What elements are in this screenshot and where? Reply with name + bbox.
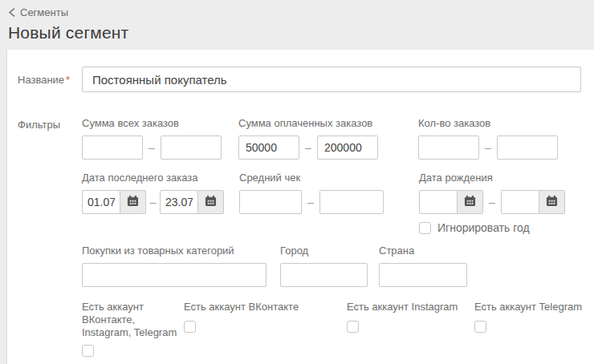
orders-count-label: Кол-во заказов — [418, 117, 559, 130]
filter-birth-date: Дата рождения — [419, 172, 568, 234]
range-dash: – — [143, 141, 161, 154]
sum-all-orders-to-input[interactable] — [161, 135, 222, 160]
city-input[interactable] — [280, 263, 368, 287]
range-dash: – — [479, 141, 497, 154]
filter-orders-count: Кол-во заказов – — [418, 117, 559, 160]
average-check-label: Средний чек — [239, 172, 384, 184]
page-title: Новый сегмент — [8, 23, 586, 42]
ignore-year-checkbox[interactable] — [419, 222, 431, 234]
average-check-from-input[interactable] — [239, 190, 302, 214]
filters-row: Фильтры Сумма всех заказов – Сумма оплач… — [18, 117, 581, 360]
ignore-year-label: Игнорировать год — [437, 221, 530, 234]
calendar-icon — [546, 195, 558, 209]
segment-name-input[interactable] — [82, 67, 581, 92]
last-order-date-to-input[interactable] — [160, 190, 198, 214]
social-any-checkbox[interactable] — [82, 345, 94, 357]
birth-date-to-group — [501, 190, 565, 214]
last-order-date-label: Дата последнего заказа — [82, 172, 222, 184]
city-label: Город — [280, 245, 368, 257]
filter-social-instagram: Есть аккаунт Instagram — [347, 301, 471, 336]
range-dash: – — [302, 196, 319, 208]
social-vk-checkbox[interactable] — [184, 321, 196, 333]
filters-content: Сумма всех заказов – Сумма оплаченных за… — [82, 117, 591, 360]
country-input[interactable] — [379, 263, 467, 287]
filter-row-location: Покупки из товарных категорий Город Стра… — [82, 245, 591, 287]
calendar-icon — [464, 195, 476, 209]
sum-all-orders-label: Сумма всех заказов — [82, 117, 222, 130]
calendar-button[interactable] — [457, 190, 483, 214]
sum-paid-orders-label: Сумма оплаченных заказов — [238, 117, 380, 130]
filter-sum-paid-orders: Сумма оплаченных заказов – — [238, 117, 380, 160]
orders-count-from-input[interactable] — [418, 135, 479, 160]
sum-paid-orders-from-input[interactable] — [238, 135, 299, 160]
filter-row-sums: Сумма всех заказов – Сумма оплаченных за… — [82, 117, 591, 160]
product-categories-input[interactable] — [82, 263, 266, 287]
filter-row-dates: Дата последнего заказа — [82, 172, 591, 234]
required-asterisk: * — [66, 74, 70, 86]
filter-product-categories: Покупки из товарных категорий — [82, 245, 266, 287]
filter-social-telegram: Есть аккаунт Telegram — [474, 301, 591, 336]
social-telegram-label: Есть аккаунт Telegram — [474, 301, 591, 313]
filter-average-check: Средний чек – — [239, 172, 384, 214]
last-order-date-from-input[interactable] — [82, 190, 120, 214]
product-categories-label: Покупки из товарных категорий — [82, 245, 266, 257]
range-dash: – — [483, 196, 501, 208]
filter-row-social: Есть аккаунт ВКонтакте, Instagram, Teleg… — [82, 301, 591, 360]
calendar-button[interactable] — [120, 190, 146, 214]
birth-date-label: Дата рождения — [419, 172, 568, 184]
range-dash: – — [299, 141, 317, 154]
ignore-year-option: Игнорировать год — [419, 221, 568, 234]
name-label: Название* — [18, 74, 82, 86]
sum-all-orders-from-input[interactable] — [82, 135, 143, 160]
birth-date-from-input[interactable] — [419, 190, 458, 214]
social-instagram-checkbox[interactable] — [347, 321, 359, 333]
name-row: Название* — [18, 67, 581, 92]
social-telegram-checkbox[interactable] — [474, 321, 486, 333]
last-order-date-to-group — [160, 190, 224, 214]
segment-form-panel: Название* Фильтры Сумма всех заказов – С… — [6, 50, 594, 364]
sum-paid-orders-to-input[interactable] — [317, 135, 378, 160]
calendar-icon — [127, 195, 139, 209]
calendar-button[interactable] — [197, 190, 224, 214]
filter-social-vk: Есть аккаунт ВКонтакте — [184, 301, 312, 336]
page-header: Сегменты Новый сегмент — [0, 0, 594, 50]
birth-date-from-group — [419, 190, 483, 214]
social-any-label: Есть аккаунт ВКонтакте, Instagram, Teleg… — [82, 301, 184, 339]
calendar-icon — [205, 195, 217, 209]
calendar-button[interactable] — [539, 190, 565, 214]
back-link-label: Сегменты — [20, 6, 68, 18]
filter-sum-all-orders: Сумма всех заказов – — [82, 117, 222, 160]
back-to-segments-link[interactable]: Сегменты — [8, 6, 68, 18]
filter-city: Город — [280, 245, 368, 287]
social-instagram-label: Есть аккаунт Instagram — [347, 301, 471, 313]
average-check-to-input[interactable] — [319, 190, 384, 214]
back-chevron-icon — [8, 8, 15, 17]
range-dash: – — [146, 196, 160, 208]
filter-country: Страна — [379, 245, 467, 287]
birth-date-to-input[interactable] — [501, 190, 539, 214]
filter-social-any: Есть аккаунт ВКонтакте, Instagram, Teleg… — [82, 301, 184, 360]
filter-last-order-date: Дата последнего заказа — [82, 172, 222, 214]
country-label: Страна — [379, 245, 467, 257]
last-order-date-from-group — [82, 190, 146, 214]
social-vk-label: Есть аккаунт ВКонтакте — [184, 301, 312, 313]
orders-count-to-input[interactable] — [497, 135, 558, 160]
filters-label: Фильтры — [18, 117, 82, 131]
